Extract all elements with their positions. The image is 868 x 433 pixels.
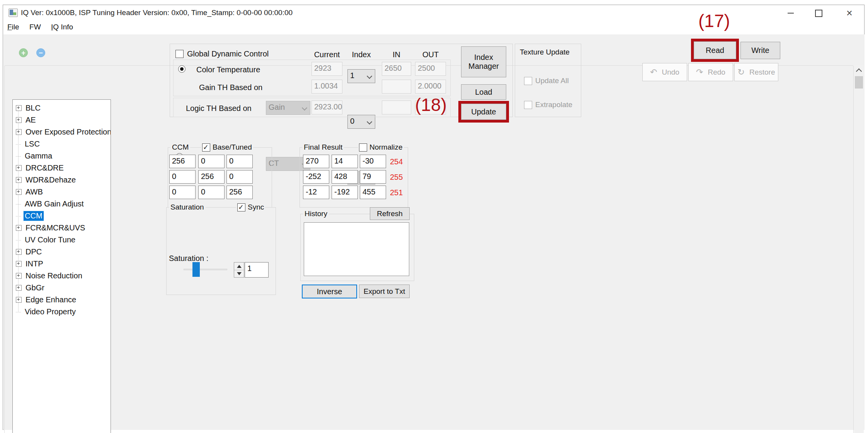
expand-all-button[interactable]: + bbox=[19, 48, 28, 57]
logic-in-field[interactable] bbox=[382, 101, 411, 114]
content-panel bbox=[4, 65, 854, 433]
expand-icon[interactable] bbox=[16, 285, 22, 291]
sync-checkbox[interactable] bbox=[237, 203, 245, 211]
tree-item-gbgr[interactable]: GbGr bbox=[13, 282, 111, 294]
ccm-cell-0-0[interactable]: 256 bbox=[169, 155, 196, 168]
normalize-checkbox[interactable] bbox=[359, 143, 367, 152]
ccm-cell-0-2[interactable]: 0 bbox=[226, 155, 253, 168]
history-listbox[interactable] bbox=[304, 222, 409, 276]
ccm-cell-0-1[interactable]: 0 bbox=[198, 155, 225, 168]
expand-icon[interactable] bbox=[16, 165, 22, 171]
tree-item-ae[interactable]: AE bbox=[13, 114, 111, 126]
restore-button[interactable]: ↻Restore bbox=[734, 63, 778, 81]
tree-item-noise-reduction[interactable]: Noise Reduction bbox=[13, 270, 111, 282]
ct-index-combo[interactable]: 1 bbox=[347, 69, 375, 83]
expand-icon[interactable] bbox=[16, 177, 22, 183]
fr-cell-0-2[interactable]: -30 bbox=[360, 155, 386, 168]
vertical-scroll-thumb[interactable] bbox=[855, 76, 863, 89]
tree-item-video-property[interactable]: Video Property bbox=[13, 306, 111, 318]
ccm-cell-2-2[interactable]: 256 bbox=[226, 186, 253, 199]
saturation-value-field[interactable]: 1 bbox=[245, 262, 269, 278]
expand-icon[interactable] bbox=[16, 261, 22, 267]
export-to-txt-button[interactable]: Export to Txt bbox=[359, 285, 410, 298]
ccm-cell-2-0[interactable]: 0 bbox=[169, 186, 196, 199]
fr-cell-2-1[interactable]: -192 bbox=[332, 186, 358, 199]
fr-cell-2-2[interactable]: 455 bbox=[360, 186, 386, 199]
expand-icon[interactable] bbox=[16, 129, 22, 135]
spinner-up-button[interactable] bbox=[234, 263, 244, 270]
saturation-spinner[interactable] bbox=[234, 262, 244, 278]
scroll-up-button[interactable] bbox=[854, 65, 864, 75]
expand-icon[interactable] bbox=[16, 249, 22, 255]
base-tuned-checkbox[interactable] bbox=[202, 143, 210, 152]
redo-button[interactable]: ↷Redo bbox=[688, 63, 733, 81]
index-manager-button[interactable]: Index Manager bbox=[461, 46, 506, 77]
module-tree[interactable]: BLC AE Over Exposed Protection LSC Gamma… bbox=[12, 99, 111, 433]
logic-current-field[interactable]: 2923.00 bbox=[311, 101, 342, 114]
tree-item-edge-enhance[interactable]: Edge Enhance bbox=[13, 294, 111, 306]
collapse-all-button[interactable]: − bbox=[36, 48, 45, 57]
tree-item-fcr-mcr-uvs[interactable]: FCR&MCR&UVS bbox=[13, 222, 111, 234]
close-button[interactable]: × bbox=[842, 7, 857, 19]
tree-item-gamma[interactable]: Gamma bbox=[13, 150, 111, 162]
ct-in-field[interactable]: 2650 bbox=[382, 62, 411, 76]
ct-current-field[interactable]: 2923 bbox=[311, 62, 342, 76]
update-all-checkbox[interactable] bbox=[524, 77, 532, 85]
extrapolate-label: Extrapolate bbox=[535, 101, 572, 109]
global-dynamic-control-checkbox[interactable] bbox=[175, 50, 184, 58]
tree-item-intp[interactable]: INTP bbox=[13, 258, 111, 270]
spinner-down-button[interactable] bbox=[234, 270, 244, 277]
ccm-cell-1-1[interactable]: 256 bbox=[198, 170, 225, 184]
arrow-down-icon bbox=[237, 272, 242, 275]
menu-file[interactable]: File bbox=[3, 20, 24, 34]
tree-item-blc[interactable]: BLC bbox=[13, 102, 111, 114]
color-temperature-radio[interactable] bbox=[178, 65, 186, 73]
ccm-cell-2-1[interactable]: 0 bbox=[198, 186, 225, 199]
tree-item-over-exposed-protection[interactable]: Over Exposed Protection bbox=[13, 126, 111, 138]
fr-cell-0-1[interactable]: 14 bbox=[332, 155, 358, 168]
tree-item-dpc[interactable]: DPC bbox=[13, 246, 111, 258]
tree-item-awb-gain-adjust[interactable]: AWB Gain Adjust bbox=[13, 198, 111, 210]
expand-icon[interactable] bbox=[16, 105, 22, 111]
expand-icon[interactable] bbox=[16, 273, 22, 279]
menu-iq-info[interactable]: IQ Info bbox=[47, 20, 77, 34]
fr-cell-1-0[interactable]: -252 bbox=[303, 170, 329, 184]
tree-item-ccm[interactable]: CCM bbox=[13, 210, 111, 222]
gain-in-field[interactable] bbox=[382, 80, 411, 94]
tree-item-uv-color-tune[interactable]: UV Color Tune bbox=[13, 234, 111, 246]
fr-cell-1-1[interactable]: 428 bbox=[332, 170, 358, 184]
vertical-scrollbar[interactable] bbox=[854, 65, 864, 433]
fr-cell-2-0[interactable]: -12 bbox=[303, 186, 329, 199]
maximize-button[interactable] bbox=[811, 7, 826, 19]
title-bar[interactable]: IQ Ver: 0x1000B, ISP Tuning Header Versi… bbox=[3, 5, 864, 20]
ct-out-field[interactable]: 2500 bbox=[415, 62, 446, 76]
update-button[interactable]: Update bbox=[461, 104, 506, 120]
gain-current-field[interactable]: 1.0034 bbox=[311, 80, 342, 94]
read-button[interactable]: Read bbox=[694, 41, 736, 59]
inverse-button[interactable]: Inverse bbox=[302, 285, 357, 298]
write-button[interactable]: Write bbox=[740, 42, 780, 59]
tree-item-wdr-dehaze[interactable]: WDR&Dehaze bbox=[13, 174, 111, 186]
ccm-cell-1-0[interactable]: 0 bbox=[169, 170, 196, 184]
minimize-button[interactable] bbox=[783, 7, 798, 19]
tree-item-awb[interactable]: AWB bbox=[13, 186, 111, 198]
global-dynamic-control-label: Global Dynamic Control bbox=[187, 49, 269, 58]
expand-icon[interactable] bbox=[16, 225, 22, 231]
expand-icon[interactable] bbox=[16, 117, 22, 123]
undo-button[interactable]: ↶Undo bbox=[642, 63, 687, 81]
texture-update-title: Texture Update bbox=[520, 48, 570, 56]
expand-icon[interactable] bbox=[16, 189, 22, 195]
load-button[interactable]: Load bbox=[461, 84, 506, 100]
fr-cell-0-0[interactable]: 270 bbox=[303, 155, 329, 168]
menu-fw[interactable]: FW bbox=[25, 20, 45, 34]
fr-cell-1-2[interactable]: 79 bbox=[360, 170, 386, 184]
tree-item-drc-dre[interactable]: DRC&DRE bbox=[13, 162, 111, 174]
saturation-slider-track[interactable] bbox=[184, 269, 227, 270]
gain-out-field[interactable]: 2.0000 bbox=[415, 80, 446, 94]
tree-item-lsc[interactable]: LSC bbox=[13, 138, 111, 150]
refresh-button[interactable]: Refresh bbox=[370, 207, 410, 220]
saturation-slider-handle[interactable] bbox=[192, 262, 200, 277]
extrapolate-checkbox[interactable] bbox=[524, 101, 532, 109]
expand-icon[interactable] bbox=[16, 297, 22, 303]
ccm-cell-1-2[interactable]: 0 bbox=[226, 170, 253, 184]
